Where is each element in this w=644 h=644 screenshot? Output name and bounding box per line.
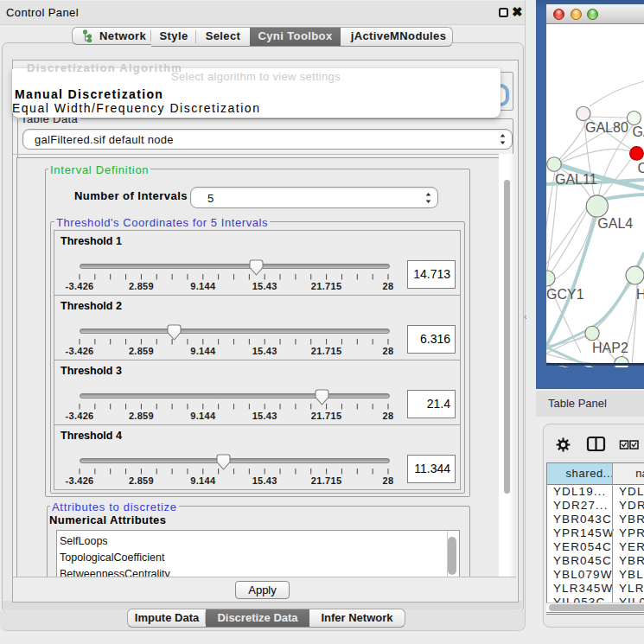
svg-text:GAL11: GAL11 <box>555 172 597 187</box>
svg-text:GAL1: GAL1 <box>633 124 644 139</box>
svg-text:HAP2: HAP2 <box>592 341 628 355</box>
svg-text:CDC: CDC <box>638 161 644 175</box>
svg-text:GAL4: GAL4 <box>597 216 633 231</box>
svg-text:GCY1: GCY1 <box>546 287 584 302</box>
svg-text:GAL80: GAL80 <box>585 120 628 135</box>
svg-text:HAP4: HAP4 <box>636 287 644 302</box>
